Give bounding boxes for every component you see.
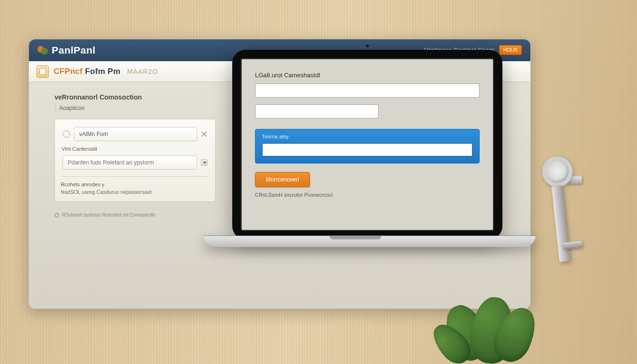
form-name-input[interactable]: [74, 127, 197, 141]
config-heading: veRronnanorl Comosoction: [55, 93, 216, 101]
screen-input-1[interactable]: [255, 83, 480, 98]
brand-area: PanlPanl: [37, 45, 96, 56]
section-note: NadSOL uamg Casduruo nepassersaid: [61, 189, 209, 195]
screen-input-2[interactable]: [255, 104, 379, 118]
form-card: Vmt Cantersstil Rcohets anrodeo y NadSOL…: [55, 119, 216, 202]
contest-input[interactable]: [63, 155, 197, 170]
key-prop: [514, 156, 623, 280]
key-stem: [552, 185, 570, 262]
vmt-label: Vmt Cantersstil: [61, 144, 209, 153]
submit-button[interactable]: Mnrrcenceerl: [255, 172, 310, 187]
divider: [61, 176, 209, 177]
section-heading: Rcohets anrodeo y: [61, 182, 209, 187]
key-bit: [563, 241, 582, 249]
form-name-row: [61, 124, 209, 144]
config-card: veRronnanorl Comosoction Aoapitcon Vmt C…: [55, 93, 216, 309]
contest-row: [61, 153, 209, 173]
screen-title: LGa8.urot Cameshastdl: [255, 72, 480, 79]
footer-note-text: RSshinsh taotmori Rnemled mil Cnnrastedl…: [62, 212, 155, 218]
screen-note: CRnLSsmH sncrutor Pvonecrcocl: [255, 192, 480, 198]
secondary-title: CFPncf Fofm Pm: [54, 67, 120, 76]
highlight-label: Tonrna amy: [262, 134, 473, 139]
config-subheading: Aoapitcon: [55, 104, 216, 112]
brand-title: PanlPanl: [52, 45, 96, 56]
laptop-mockup: LGa8.urot Cameshastdl Tonrna amy Mnrrcen…: [204, 50, 507, 282]
key-ring: [542, 156, 573, 187]
globe-icon: [63, 130, 70, 138]
footer-note: RSshinsh taotmori Rnemled mil Cnnrastedl…: [55, 212, 216, 218]
form-app-icon: [36, 65, 49, 78]
webcam-icon: [366, 45, 369, 47]
laptop-notch: [329, 236, 382, 239]
laptop-screen: LGa8.urot Cameshastdl Tonrna amy Mnrrcen…: [241, 58, 494, 231]
highlight-input[interactable]: [262, 143, 473, 156]
brand-logo-icon: [37, 45, 48, 55]
secondary-title-rest: Fofm Pm: [82, 67, 120, 76]
secondary-title-code: MAAR2O: [127, 68, 158, 75]
highlight-box: Tonrna amy: [255, 129, 480, 164]
laptop-bezel: LGa8.urot Cameshastdl Tonrna amy Mnrrcen…: [232, 50, 502, 239]
secondary-title-brand: CFPncf: [54, 67, 82, 76]
gear-icon: [55, 213, 59, 218]
